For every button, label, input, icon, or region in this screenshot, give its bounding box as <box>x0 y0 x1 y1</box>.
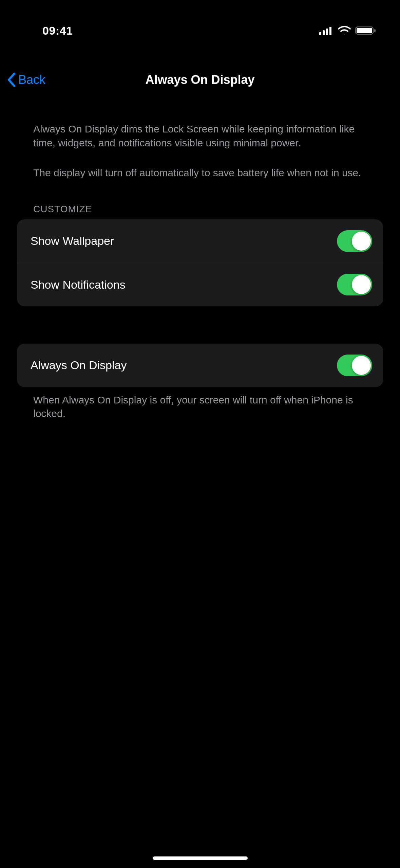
status-time: 09:41 <box>42 24 73 37</box>
row-always-on-display: Always On Display <box>17 344 383 387</box>
svg-rect-1 <box>323 30 325 35</box>
svg-rect-11 <box>374 29 376 32</box>
row-label: Show Wallpaper <box>31 234 114 248</box>
intro-paragraph-1: Always On Display dims the Lock Screen w… <box>17 122 383 150</box>
toggle-always-on-display[interactable] <box>337 355 372 376</box>
status-bar: 09:41 <box>0 0 400 51</box>
toggle-show-notifications[interactable] <box>337 274 372 295</box>
row-show-notifications: Show Notifications <box>17 263 383 306</box>
customize-group: Show Wallpaper Show Notifications <box>17 219 383 306</box>
wifi-icon <box>338 26 351 35</box>
section-header-customize: CUSTOMIZE <box>17 194 383 219</box>
spacer <box>17 306 383 344</box>
nav-bar: Back Always On Display <box>0 63 400 97</box>
svg-rect-10 <box>357 28 372 33</box>
home-indicator[interactable] <box>153 856 248 860</box>
toggle-show-wallpaper[interactable] <box>337 230 372 252</box>
row-show-wallpaper: Show Wallpaper <box>17 219 383 263</box>
battery-icon <box>355 26 376 35</box>
back-label: Back <box>18 73 45 87</box>
main-group: Always On Display <box>17 344 383 387</box>
back-button[interactable]: Back <box>7 72 45 87</box>
status-icons <box>319 26 376 35</box>
content: Always On Display dims the Lock Screen w… <box>0 122 400 421</box>
svg-rect-0 <box>319 32 321 35</box>
svg-rect-2 <box>326 29 328 35</box>
page-title: Always On Display <box>145 73 254 87</box>
row-label: Always On Display <box>31 359 127 372</box>
cellular-icon <box>319 26 334 35</box>
toggle-knob <box>352 275 371 294</box>
footer-note: When Always On Display is off, your scre… <box>17 387 383 421</box>
toggle-knob <box>352 356 371 375</box>
toggle-knob <box>352 232 371 251</box>
svg-rect-3 <box>329 27 331 35</box>
intro-paragraph-2: The display will turn off automatically … <box>17 166 383 180</box>
chevron-left-icon <box>7 72 17 87</box>
row-label: Show Notifications <box>31 278 126 291</box>
